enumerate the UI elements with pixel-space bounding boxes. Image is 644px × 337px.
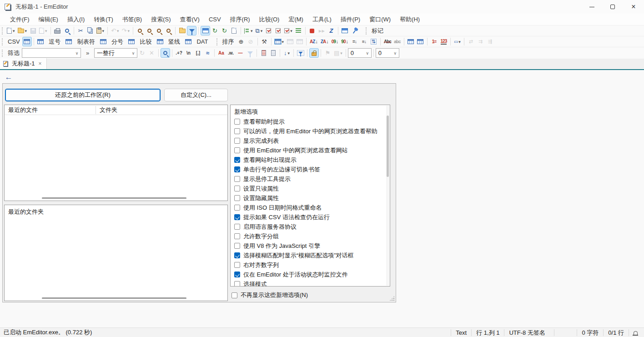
status-doc-type[interactable]: Text (451, 329, 471, 336)
checkbox[interactable] (234, 214, 240, 220)
menu-csv[interactable]: CSV (204, 14, 226, 25)
delete-duplicates-button[interactable]: Abc (382, 37, 392, 46)
menu-bookmarks[interactable]: 书签(B) (118, 14, 146, 25)
status-encoding[interactable]: UTF-8 无签名 (504, 329, 554, 336)
new-options-vscrollbar[interactable] (386, 106, 389, 286)
menu-search[interactable]: 搜索(S) (146, 14, 175, 25)
new-file-button[interactable]: ▾ (5, 26, 16, 35)
option-row[interactable]: 显示悬停工具提示 (231, 174, 386, 184)
checkbox[interactable] (234, 166, 240, 172)
recent-files-hscrollbar[interactable] (5, 196, 226, 200)
heading-row-button[interactable]: ▭▾ (453, 37, 462, 46)
escape-seq-toggle[interactable]: \n (184, 48, 193, 58)
csv-format-compare[interactable]: 比较 (127, 37, 155, 46)
checkbox-options-button[interactable]: ▾ (283, 26, 294, 35)
option-row[interactable]: 启用语言服务器协议 (231, 222, 386, 231)
plugins-button[interactable]: ⧉▾ (254, 26, 264, 35)
add-csv-format-button[interactable]: ⊕ (236, 37, 246, 46)
status-line-count[interactable]: 0/1 行 (603, 329, 629, 336)
undo-button[interactable]: ↶▾ (110, 26, 120, 35)
option-row[interactable]: 使用 EmEditor 中的网页浏览器查看网站 (231, 146, 386, 155)
sort-za-button[interactable]: ZA↓ (319, 37, 330, 46)
status-notifications[interactable] (629, 329, 644, 336)
matched-lines-button[interactable] (259, 48, 268, 58)
option-row[interactable]: 查看帮助时提示 (231, 117, 386, 126)
filter-output-button[interactable]: ▤▾ (332, 48, 344, 58)
print-button[interactable] (53, 26, 62, 35)
option-row[interactable]: 单击行号的左边缘可切换书签 (231, 165, 386, 174)
select-column-button[interactable]: ▾ (273, 37, 286, 46)
sort-num-asc-button[interactable]: 09↓ (330, 37, 340, 46)
filter-combo-arrow[interactable]: ∨ (73, 51, 80, 55)
refresh-filter-button[interactable]: ↻ (137, 48, 147, 58)
menu-plugins[interactable]: 插件(P) (336, 14, 365, 25)
menu-tools[interactable]: 工具(L) (308, 14, 336, 25)
validate-button[interactable] (229, 26, 239, 35)
option-row[interactable]: 设置只读属性 (231, 184, 386, 193)
csv-format-dat[interactable]: DAT (184, 37, 212, 46)
dont-show-option[interactable]: 不再显示这些新增选项(N) (231, 291, 308, 299)
separator-range-toggle[interactable]: [,] (193, 48, 203, 58)
reload-button[interactable]: ↻ (220, 26, 229, 35)
checkbox[interactable] (234, 138, 240, 144)
tab-untitled-1[interactable]: 无标题-1 × (0, 58, 47, 69)
compare-rescan-button[interactable] (273, 26, 283, 35)
status-cursor-position[interactable]: 行 1,列 1 (471, 329, 504, 336)
unpivot-button[interactable] (416, 37, 425, 46)
sort-length-asc-button[interactable]: =↓ (350, 37, 359, 46)
tab-close-icon[interactable]: × (38, 60, 43, 67)
marks-toolbar-grip[interactable] (366, 27, 367, 35)
menu-view[interactable]: 查看(V) (176, 14, 204, 25)
insert-numbering-button[interactable]: 1= (429, 37, 439, 46)
whole-word-toggle[interactable]: .w. (226, 48, 236, 58)
restore-workspace-button[interactable]: 还原之前的工作区(R) (5, 89, 161, 101)
close-button[interactable]: × (623, 0, 644, 14)
option-row[interactable]: 选择模糊匹配时显示“模糊匹配选项”对话框 (231, 251, 386, 260)
checkbox[interactable] (234, 176, 240, 182)
move-column-right-button[interactable]: ⇉ (476, 37, 485, 46)
folders-column-header[interactable]: 文件夹 (96, 106, 121, 114)
copy-button[interactable] (86, 26, 95, 35)
unmatched-lines-button[interactable] (268, 48, 278, 58)
toolbar-grip[interactable] (2, 27, 4, 35)
recent-folders-hscrollbar[interactable] (5, 296, 226, 300)
find-in-files-button[interactable] (177, 26, 187, 35)
compare-button[interactable] (264, 26, 273, 35)
option-row[interactable]: 右对齐数字列 (231, 260, 386, 270)
filter-toolbar-toggle[interactable] (187, 26, 196, 35)
filter-find-toggle[interactable] (161, 48, 170, 58)
find-button[interactable] (135, 26, 145, 35)
menu-window[interactable]: 窗口(W) (365, 14, 395, 25)
checkbox[interactable] (234, 252, 240, 258)
edit-macro-button[interactable]: Z (327, 26, 336, 35)
menu-sort[interactable]: 排序(R) (226, 14, 255, 25)
find-next-button[interactable] (154, 26, 164, 35)
open-file-button[interactable]: ▾ (16, 26, 29, 35)
paste-button[interactable]: ▾ (95, 26, 106, 35)
csv-format-tab[interactable]: 制表符 (64, 37, 98, 46)
negative-filter-toggle[interactable]: — (236, 48, 245, 58)
menu-compare[interactable]: 比较(O) (255, 14, 284, 25)
sort-reverse-button[interactable]: ⇅ (369, 37, 378, 46)
checkbox[interactable] (234, 262, 240, 268)
lock-filter-toggle[interactable] (309, 48, 319, 58)
menu-edit[interactable]: 编辑(E) (34, 14, 63, 25)
option-row[interactable]: 使用 ISO 日期时间格式重命名 (231, 203, 386, 212)
sort-toolbar-grip[interactable] (216, 38, 218, 45)
filter-column-button[interactable] (296, 48, 305, 58)
print-preview-button[interactable] (62, 26, 72, 35)
replace-button[interactable] (164, 26, 173, 35)
option-row[interactable]: 仅在 EmEditor 处于活动状态时监控文件 (231, 270, 386, 279)
csv-toolbar-grip[interactable] (2, 38, 4, 45)
option-row[interactable]: 使用 V8 作为 JavaScript 引擎 (231, 241, 386, 251)
checkbox[interactable] (234, 243, 240, 249)
csv-mode-toggle[interactable] (22, 37, 32, 46)
save-button[interactable] (28, 26, 38, 35)
checkbox[interactable] (234, 272, 240, 277)
dialog-resize-grip[interactable] (389, 296, 395, 301)
save-all-button[interactable]: ▾ (38, 26, 49, 35)
menu-file[interactable]: 文件(F) (5, 14, 34, 25)
outline-button[interactable]: ▾ (243, 26, 254, 35)
context-before-combo[interactable]: 0 ∨ (348, 48, 372, 58)
option-row[interactable]: 设置隐藏属性 (231, 193, 386, 203)
